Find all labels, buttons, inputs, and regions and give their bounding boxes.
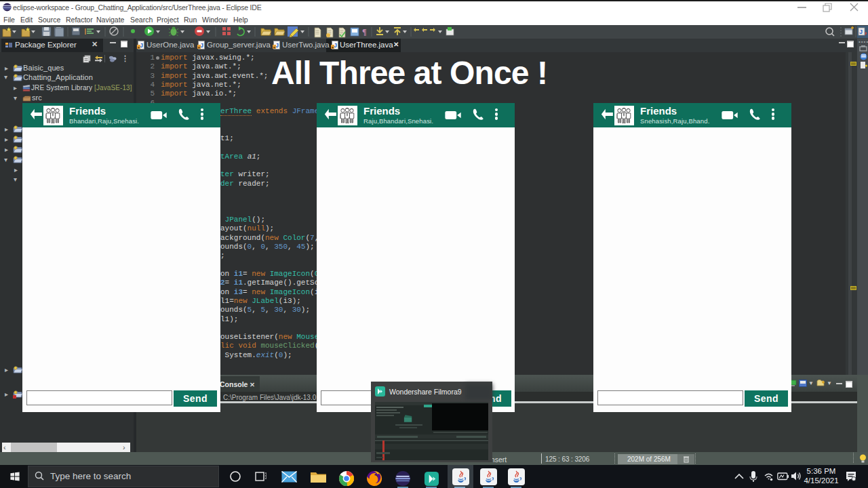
svg-text:¶: ¶ (362, 27, 366, 37)
svg-text:●: ● (332, 45, 334, 49)
svg-text:●: ● (138, 45, 140, 49)
svg-text:J: J (859, 28, 863, 35)
svg-text:●: ● (273, 45, 276, 49)
svg-text:●: ● (198, 45, 201, 49)
